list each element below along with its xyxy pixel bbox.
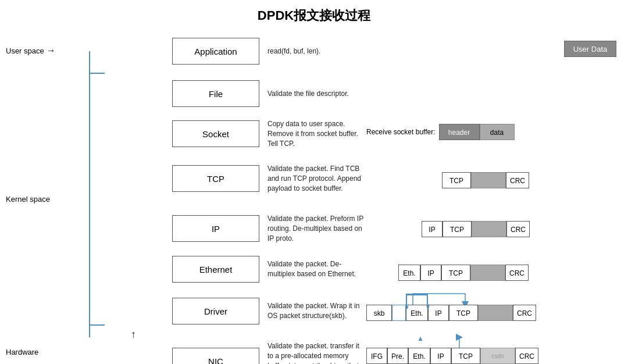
tcp-row-left: TCP Validate the packet. Find TCB and ru…: [89, 164, 366, 193]
user-data-box: User Data: [564, 41, 616, 57]
application-box: Application: [172, 38, 259, 65]
ethernet-desc: Validate the packet. De-multiplex based …: [267, 259, 366, 279]
file-desc: Validate the file descriptor.: [267, 89, 349, 99]
arrow-down-left: ▼: [404, 304, 410, 311]
ethernet-row: Ethernet Validate the packet. De-multipl…: [89, 256, 366, 283]
tcp-packet-row: TCP CRC: [442, 172, 529, 188]
driver-packet-row: skb Eth. IP TCP CRC: [366, 305, 536, 321]
nic-cells: IFG Pre. Eth. IP TCP csdn CRC: [366, 348, 538, 364]
tcp-crc-cell: CRC: [506, 172, 529, 188]
drv-ip-cell: IP: [428, 305, 449, 321]
file-row: File Validate the file descriptor.: [89, 80, 349, 107]
driver-nic-arrow: ↑: [131, 329, 136, 341]
title-text: DPDK报文接收过程: [258, 8, 370, 23]
socket-buffer-label: Receive socket buffer:: [366, 128, 436, 136]
drv-crc-cell: CRC: [513, 305, 536, 321]
kernel-space-text: Kernel space: [6, 195, 50, 204]
tcp-payload-cell: [471, 172, 506, 188]
socket-buffer-row: Receive socket buffer: header data: [366, 124, 515, 140]
ip-crc-cell: CRC: [506, 221, 530, 237]
application-desc: read(fd, buf, len).: [267, 47, 320, 56]
ip-packet-row: IP TCP CRC: [422, 221, 530, 237]
tcp-desc: Validate the packet. Find TCB and run TC…: [267, 164, 366, 193]
nic-pre-cell: Pre.: [387, 348, 408, 364]
user-space-label: User space →: [6, 45, 58, 56]
eth-packet-row: Eth. IP TCP CRC: [398, 265, 529, 281]
eth-ip-cell: IP: [420, 265, 441, 281]
user-space-text: User space: [6, 47, 44, 55]
nic-crc-cell: CRC: [515, 348, 538, 364]
kernel-space-label: Kernel space: [6, 194, 50, 204]
arrow-top-line: [406, 294, 428, 295]
eth-crc-cell: CRC: [505, 265, 529, 281]
driver-box: Driver: [172, 298, 259, 324]
ip-tcp-cell: TCP: [443, 221, 472, 237]
nic-ip-cell: IP: [430, 348, 451, 364]
hardware-text: Hardware: [6, 348, 38, 356]
eth-cells: Eth. IP TCP CRC: [398, 265, 529, 281]
socket-box: Socket: [172, 120, 259, 147]
nic-desc: Validate the packet. transfer it to a pr…: [267, 341, 366, 364]
nic-eth-cell: Eth.: [408, 348, 430, 364]
ip-desc: Validate the packet. Preform IP routing.…: [267, 214, 366, 243]
socket-header-cell: header: [439, 124, 480, 140]
socket-data-cell: data: [480, 124, 515, 140]
ip-payload-cell: [472, 221, 506, 237]
socket-desc: Copy data to user space. Remove it from …: [267, 119, 366, 148]
nic-driver-arrow: ▲: [417, 334, 424, 342]
socket-row: Socket Copy data to user space. Remove i…: [89, 119, 366, 148]
driver-desc: Validate the packet. Wrap it in OS packe…: [267, 301, 366, 321]
socket-buffer-cells: header data: [439, 124, 515, 140]
page-title: DPDK报文接收过程: [0, 0, 628, 29]
nic-ifg-cell: IFG: [366, 348, 387, 364]
nic-box: NIC: [172, 348, 259, 364]
arrow-right-icon: →: [47, 45, 56, 56]
ip-cell: IP: [422, 221, 443, 237]
eth-payload-cell: [470, 265, 505, 281]
eth-tcp-cell: TCP: [441, 265, 470, 281]
arrow-down-right: ▼: [425, 304, 431, 311]
nic-payload-cell: csdn: [480, 348, 515, 364]
ip-box: IP: [172, 215, 259, 242]
user-kernel-sep-top: [89, 73, 105, 74]
tcp-box: TCP: [172, 165, 259, 192]
ethernet-box: Ethernet: [172, 256, 259, 283]
tcp-cells: TCP CRC: [442, 172, 529, 188]
driver-cells: skb Eth. IP TCP CRC: [366, 305, 536, 321]
file-box: File: [172, 80, 259, 107]
hardware-label: Hardware: [6, 347, 38, 357]
nic-row-left: NIC Validate the packet. transfer it to …: [89, 341, 366, 364]
ip-cells: IP TCP CRC: [422, 221, 530, 237]
driver-row-left: Driver Validate the packet. Wrap it in O…: [89, 298, 366, 324]
nic-packet-row: IFG Pre. Eth. IP TCP csdn CRC: [366, 348, 538, 364]
drv-payload-cell: [478, 305, 513, 321]
ip-row-left: IP Validate the packet. Preform IP routi…: [89, 214, 366, 243]
eth-cell: Eth.: [398, 265, 420, 281]
application-row: Application read(fd, buf, len).: [89, 38, 320, 65]
nic-tcp-cell: TCP: [451, 348, 480, 364]
drv-tcp-cell: TCP: [449, 305, 478, 321]
skb-cell: skb: [366, 305, 392, 321]
tcp-cell: TCP: [442, 172, 471, 188]
kernel-hw-sep: [89, 324, 105, 326]
